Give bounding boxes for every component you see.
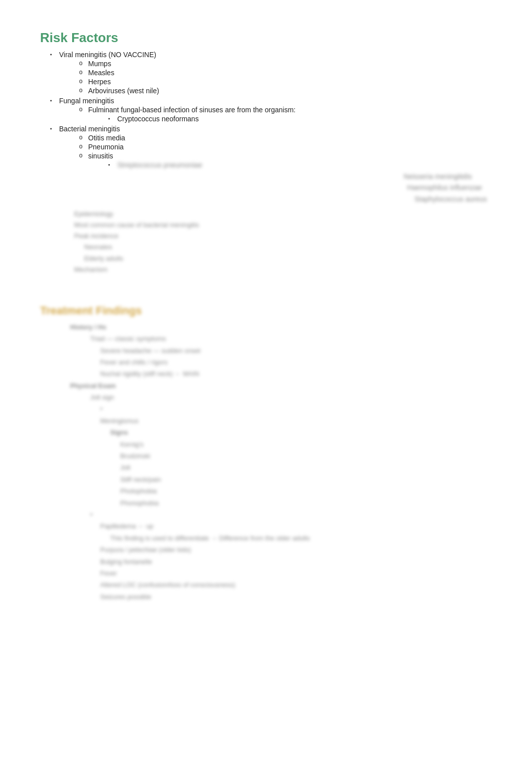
arboviruses-label: Arboviruses (west nile) xyxy=(88,87,159,95)
fungal-description-label: Fulminant fungal-based infection of sinu… xyxy=(88,106,296,114)
list-item: Cryptococcus neoformans xyxy=(108,115,492,123)
list-item: Arboviruses (west nile) xyxy=(79,87,492,95)
list-item: Fulminant fungal-based infection of sinu… xyxy=(79,106,492,123)
viral-meningitis-label: Viral meningitis (NO VACCINE) xyxy=(59,51,156,59)
list-item: sinusitis Streptococcus pneumoniae Neiss… xyxy=(79,152,492,205)
sinusitis-blurred-item: Streptococcus pneumoniae xyxy=(117,161,202,169)
list-item: Bacterial meningitis Otitis media Pneumo… xyxy=(50,125,492,275)
pneumonia-label: Pneumonia xyxy=(88,143,124,151)
otitis-media-label: Otitis media xyxy=(88,134,125,142)
list-item: Streptococcus pneumoniae xyxy=(108,161,492,169)
blurred-additional-block: Epidemiology Most common cause of bacter… xyxy=(59,209,492,275)
list-item: Measles xyxy=(79,69,492,77)
list-item: Mumps xyxy=(79,60,492,68)
risk-factors-list: Viral meningitis (NO VACCINE) Mumps Meas… xyxy=(40,51,492,275)
list-item: Viral meningitis (NO VACCINE) Mumps Meas… xyxy=(50,51,492,95)
blurred-section-title: Treatment Findings xyxy=(40,304,492,317)
bacterial-meningitis-sublist: Otitis media Pneumonia sinusitis Strepto… xyxy=(59,134,492,205)
fungal-meningitis-sublist: Fulminant fungal-based infection of sinu… xyxy=(59,106,492,123)
list-item: Pneumonia xyxy=(79,143,492,151)
mumps-label: Mumps xyxy=(88,60,111,68)
cryptococcus-label: Cryptococcus neoformans xyxy=(117,115,199,123)
blurred-sinusitis-content: Neisseria meningitidis Haemophilus influ… xyxy=(88,171,492,205)
page-title: Risk Factors xyxy=(40,30,492,46)
sinusitis-label: sinusitis xyxy=(88,152,113,160)
list-item: Herpes xyxy=(79,78,492,86)
list-item: Otitis media xyxy=(79,134,492,142)
list-item: Fungal meningitis Fulminant fungal-based… xyxy=(50,97,492,123)
blurred-findings-block: History / Hx Triad — classic symptoms Se… xyxy=(40,321,492,603)
measles-label: Measles xyxy=(88,69,114,77)
herpes-label: Herpes xyxy=(88,78,111,86)
fungal-meningitis-label: Fungal meningitis xyxy=(59,97,114,105)
bacterial-meningitis-label: Bacterial meningitis xyxy=(59,125,120,133)
viral-meningitis-sublist: Mumps Measles Herpes Arboviruses (west n… xyxy=(59,60,492,95)
sinusitis-sublist: Streptococcus pneumoniae xyxy=(88,161,492,169)
fungal-organism-sublist: Cryptococcus neoformans xyxy=(88,115,492,123)
